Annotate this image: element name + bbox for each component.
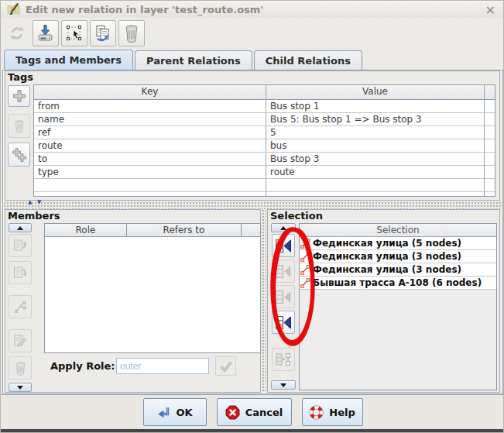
add-selected-after-icon <box>275 290 292 304</box>
spacer-cell <box>485 126 495 139</box>
add-selected-at-start-icon <box>275 239 292 253</box>
tag-value[interactable]: Bus stop 3 <box>266 153 485 166</box>
trash-icon <box>14 361 27 376</box>
apply-to-dataset-icon <box>36 24 55 43</box>
selection-list-item[interactable]: Фединская улица (3 nodes) <box>300 250 496 263</box>
members-scroll-up-button[interactable] <box>9 223 32 232</box>
tags-panel-title: Tags <box>8 71 33 83</box>
horizontal-splitter[interactable]: ▲ ▼ <box>3 201 502 209</box>
tab-label: Parent Relations <box>146 55 241 67</box>
tab-tags-and-members[interactable]: Tags and Members <box>4 50 133 70</box>
role-column-header: Role <box>44 223 126 237</box>
paste-tags-button[interactable] <box>8 143 30 167</box>
close-icon[interactable]: × <box>482 2 499 17</box>
titlebar: Edit new relation in layer 'test_route.o… <box>1 1 504 18</box>
ok-button-label: OK <box>176 407 192 418</box>
add-tag-button[interactable] <box>8 85 30 107</box>
scroll-up-icon <box>280 226 286 230</box>
move-member-down-button[interactable] <box>9 261 32 284</box>
footer-button-bar: OK Cancel Help <box>1 394 504 429</box>
tag-value[interactable]: 5 <box>266 126 485 139</box>
tag-key[interactable]: name <box>34 113 266 126</box>
tab-child-relations[interactable]: Child Relations <box>254 50 362 70</box>
tag-value[interactable]: Bus stop 1 <box>266 100 485 113</box>
tag-row: toBus stop 3 <box>34 153 495 166</box>
tag-key[interactable]: route <box>34 139 266 153</box>
select-members-in-map-icon <box>65 24 84 43</box>
tag-value[interactable]: Bus 5: Bus stop 1 => Bus stop 3 <box>266 113 485 126</box>
apply-role-confirm-button[interactable] <box>215 356 236 376</box>
remove-member-button[interactable] <box>9 356 32 380</box>
tag-value-empty[interactable] <box>266 192 485 197</box>
vertical-splitter[interactable] <box>262 209 266 393</box>
select-members-from-selection-button[interactable] <box>272 348 295 371</box>
way-icon <box>300 239 310 249</box>
relation-editor-dialog: Edit new relation in layer 'test_route.o… <box>0 0 504 433</box>
selection-item-label: Фединская улица (3 nodes) <box>313 251 461 262</box>
spacer-cell <box>485 100 495 113</box>
add-selected-at-end-icon <box>275 315 292 330</box>
dialog-toolbar <box>1 18 504 49</box>
splitter-collapse-up-icon[interactable]: ▲ <box>28 199 32 205</box>
help-button-label: Help <box>329 407 355 418</box>
edit-member-button[interactable] <box>9 329 32 352</box>
spacer-column-header <box>241 223 261 237</box>
members-table-body[interactable] <box>44 237 261 353</box>
members-table-header: Role Refers to <box>44 223 261 237</box>
add-tag-icon <box>12 89 26 103</box>
ok-button[interactable]: OK <box>143 398 207 426</box>
link-member-icon <box>12 299 28 314</box>
tag-value[interactable]: bus <box>266 139 485 153</box>
spacer-cell <box>485 113 495 126</box>
spacer-cell <box>485 179 495 192</box>
delete-tag-button[interactable] <box>8 114 30 138</box>
tag-key[interactable]: ref <box>34 126 266 139</box>
tag-key[interactable]: type <box>34 166 266 179</box>
add-selected-after-button[interactable] <box>272 285 295 308</box>
tab-parent-relations[interactable]: Parent Relations <box>135 50 252 70</box>
window-bottom-edge <box>1 429 504 433</box>
tag-key[interactable]: to <box>34 153 266 166</box>
selection-scroll-down-button[interactable] <box>271 380 296 390</box>
tag-value[interactable]: route <box>266 166 485 179</box>
tag-row: routebus <box>34 139 495 153</box>
refresh-button[interactable] <box>4 20 30 46</box>
cancel-button[interactable]: Cancel <box>217 398 292 426</box>
help-lifebuoy-icon <box>309 405 324 420</box>
selection-link-icon <box>275 352 292 367</box>
duplicate-relation-icon <box>94 24 112 43</box>
add-selected-at-end-button[interactable] <box>272 311 295 334</box>
check-icon <box>219 360 233 373</box>
way-icon <box>300 252 310 262</box>
selection-scroll-up-button[interactable] <box>271 223 296 232</box>
selection-list-item[interactable]: Бывшая трасса А-108 (6 nodes) <box>300 277 496 290</box>
select-members-in-map-button[interactable] <box>61 20 87 46</box>
link-member-button[interactable] <box>9 295 32 318</box>
refresh-icon <box>9 25 26 42</box>
tag-key[interactable]: from <box>34 100 266 113</box>
way-icon <box>300 265 310 275</box>
apply-to-dataset-button[interactable] <box>33 20 59 46</box>
tag-key-empty[interactable] <box>34 179 266 192</box>
tag-row-empty <box>34 179 495 192</box>
splitter-collapse-down-icon[interactable]: ▼ <box>37 199 41 205</box>
apply-role-input[interactable] <box>116 358 209 374</box>
selection-list-item[interactable]: Фединская улица (3 nodes) <box>300 263 496 277</box>
help-button[interactable]: Help <box>302 398 363 426</box>
spacer-cell <box>485 166 495 179</box>
tag-value-empty[interactable] <box>266 179 485 192</box>
duplicate-relation-button[interactable] <box>90 20 116 46</box>
members-panel-title: Members <box>8 210 60 222</box>
add-selected-at-start-button[interactable] <box>272 234 295 257</box>
tag-key-empty[interactable] <box>34 192 266 197</box>
refers-to-column-header: Refers to <box>126 223 241 237</box>
move-member-up-button[interactable] <box>9 234 32 257</box>
tag-row: typeroute <box>34 166 495 179</box>
delete-relation-button[interactable] <box>118 20 145 46</box>
members-scroll-down-button[interactable] <box>9 383 32 392</box>
spacer-cell <box>485 153 495 166</box>
add-selected-before-button[interactable] <box>272 259 295 283</box>
spacer-column-header <box>485 85 495 100</box>
tab-bar: Tags and Members Parent Relations Child … <box>4 50 364 70</box>
selection-list-item[interactable]: Фединская улица (5 nodes) <box>300 237 496 250</box>
